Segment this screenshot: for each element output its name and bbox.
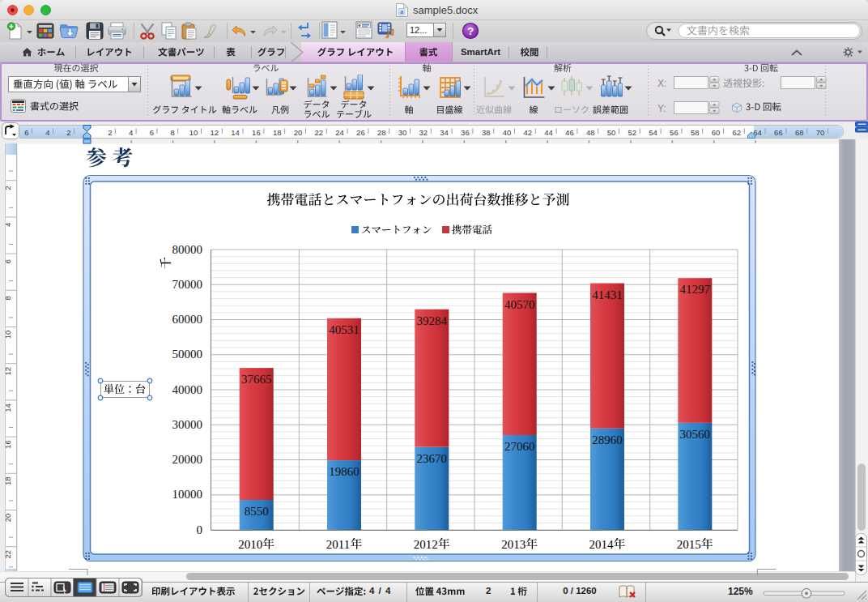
svg-text:10: 10 — [3, 331, 12, 339]
svg-text:58: 58 — [691, 128, 700, 137]
svg-text:20: 20 — [3, 514, 12, 523]
svg-text:46: 46 — [565, 128, 574, 137]
svg-text:41297: 41297 — [680, 283, 711, 296]
svg-text:12: 12 — [211, 128, 219, 137]
svg-text:42: 42 — [524, 128, 533, 137]
svg-text:48: 48 — [586, 128, 595, 137]
svg-text:40531: 40531 — [329, 323, 360, 336]
svg-text:68: 68 — [795, 128, 804, 137]
svg-text:80000: 80000 — [172, 243, 203, 256]
svg-text:4: 4 — [3, 223, 12, 227]
svg-text:60000: 60000 — [172, 313, 203, 326]
svg-text:24: 24 — [335, 128, 344, 137]
svg-text:34: 34 — [440, 128, 449, 137]
svg-text:70: 70 — [816, 128, 825, 137]
svg-text:44: 44 — [544, 128, 553, 137]
svg-text:39284: 39284 — [417, 314, 448, 327]
svg-text:4: 4 — [45, 128, 49, 137]
svg-text:2: 2 — [108, 128, 112, 137]
svg-text:50: 50 — [607, 128, 616, 137]
svg-text:52: 52 — [628, 128, 637, 137]
svg-text:20: 20 — [294, 128, 303, 137]
svg-text:62: 62 — [733, 128, 742, 137]
svg-text:23670: 23670 — [417, 452, 448, 465]
svg-text:16: 16 — [252, 128, 261, 137]
svg-text:12...: 12... — [410, 25, 427, 35]
svg-text:40: 40 — [503, 128, 512, 137]
svg-text:70000: 70000 — [172, 278, 203, 291]
svg-text:38: 38 — [482, 128, 491, 137]
svg-text:37665: 37665 — [241, 373, 272, 386]
svg-text:19860: 19860 — [329, 465, 360, 478]
svg-text:32: 32 — [419, 128, 428, 137]
svg-text:40570: 40570 — [504, 298, 535, 311]
svg-text:41431: 41431 — [592, 288, 623, 301]
svg-text:66: 66 — [774, 128, 783, 137]
svg-text:10: 10 — [189, 128, 198, 137]
svg-text:27060: 27060 — [504, 440, 535, 453]
svg-text:22: 22 — [3, 550, 12, 559]
svg-text:2: 2 — [66, 128, 70, 137]
svg-text:6: 6 — [3, 259, 12, 263]
svg-text:30000: 30000 — [172, 418, 203, 431]
svg-text:26: 26 — [356, 128, 365, 137]
svg-text:14: 14 — [231, 128, 240, 137]
svg-text:22: 22 — [315, 128, 324, 137]
svg-text:28: 28 — [377, 128, 386, 137]
svg-text:56: 56 — [670, 128, 679, 137]
svg-text:12: 12 — [3, 367, 12, 376]
svg-text:30560: 30560 — [680, 428, 711, 441]
svg-text:0: 0 — [197, 523, 203, 536]
svg-text:10000: 10000 — [172, 488, 203, 501]
svg-text:8: 8 — [171, 128, 175, 137]
svg-text:60: 60 — [712, 128, 721, 137]
svg-text:18: 18 — [273, 128, 282, 137]
svg-text:54: 54 — [649, 128, 657, 137]
svg-text:2: 2 — [3, 186, 12, 190]
svg-text:50000: 50000 — [172, 348, 203, 361]
svg-text:16: 16 — [3, 440, 12, 449]
svg-text:4: 4 — [129, 128, 133, 137]
svg-text:8: 8 — [3, 296, 12, 300]
svg-text:?: ? — [467, 25, 474, 37]
svg-text:40000: 40000 — [172, 383, 203, 396]
svg-text:28960: 28960 — [592, 433, 623, 446]
svg-text:6: 6 — [24, 128, 28, 137]
svg-text:18: 18 — [3, 477, 12, 486]
svg-text:8550: 8550 — [245, 505, 269, 518]
svg-text:6: 6 — [150, 128, 154, 137]
svg-text:30: 30 — [398, 128, 407, 137]
svg-text:20000: 20000 — [172, 453, 203, 466]
svg-text:14: 14 — [3, 403, 12, 412]
svg-text:36: 36 — [461, 128, 470, 137]
